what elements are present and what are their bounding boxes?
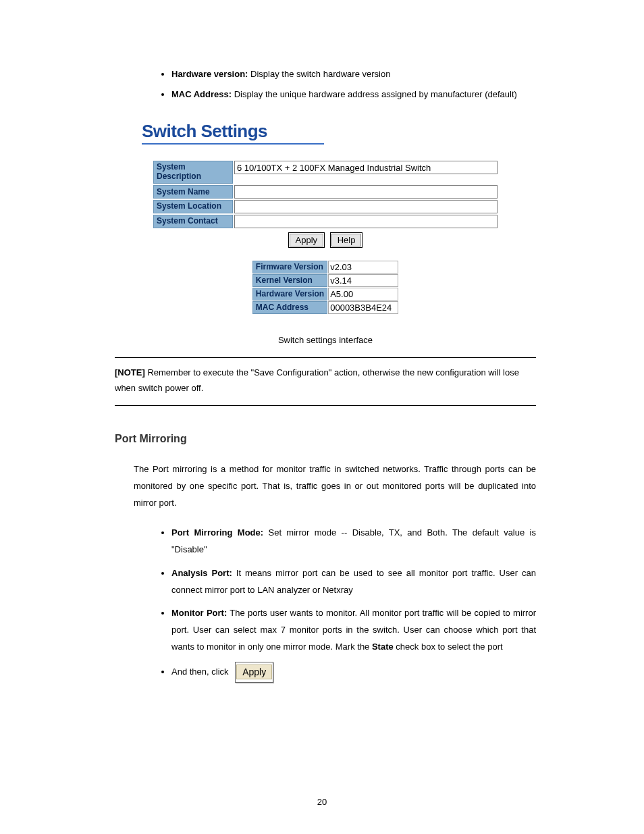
label-system-location: System Location: [153, 200, 233, 213]
bullet-label: Monitor Port:: [171, 608, 227, 618]
label-mac-address: MAC Address: [252, 301, 327, 314]
panel-title: Switch Settings: [142, 121, 536, 142]
apply-button[interactable]: Apply: [290, 234, 324, 246]
system-description-input[interactable]: [234, 161, 498, 174]
system-name-input[interactable]: [234, 185, 498, 199]
value-firmware-version: v2.03: [328, 261, 398, 273]
label-hardware-version: Hardware Version: [252, 288, 327, 301]
bullet-label: Port Mirroring Mode:: [171, 527, 263, 538]
bullet-label: MAC Address:: [171, 89, 232, 99]
list-item: MAC Address: Display the unique hardware…: [171, 88, 536, 101]
button-row: Apply Help: [115, 232, 536, 248]
help-button[interactable]: Help: [331, 234, 362, 246]
system-location-input[interactable]: [234, 200, 498, 213]
list-item: Monitor Port: The ports user wants to mo…: [171, 605, 536, 655]
label-firmware-version: Firmware Version: [252, 261, 327, 273]
settings-table: System Description System Name System Lo…: [152, 159, 499, 230]
bullet-label: Analysis Port:: [171, 568, 232, 578]
system-contact-input[interactable]: [234, 215, 498, 228]
last-bullet-prefix: And then, click: [171, 667, 229, 677]
section-intro: The Port mirroring is a method for monit…: [134, 461, 536, 511]
note-box: [NOTE] Remember to execute the "Save Con…: [115, 357, 536, 407]
value-hardware-version: A5.00: [328, 288, 398, 301]
detail-list: Port Mirroring Mode: Set mirror mode -- …: [155, 525, 536, 683]
label-system-name: System Name: [153, 185, 233, 199]
list-item: Analysis Port: It means mirror port can …: [171, 565, 536, 598]
bullet-text-after: check box to select the port: [394, 642, 503, 652]
list-item: Port Mirroring Mode: Set mirror mode -- …: [171, 525, 536, 558]
page-number: 20: [0, 797, 644, 807]
bullet-label: Hardware version:: [171, 69, 248, 79]
bullet-text: Display the switch hardware version: [248, 69, 390, 79]
list-item: And then, click Apply: [171, 662, 536, 683]
label-system-description: System Description: [153, 161, 233, 184]
top-bullet-list: Hardware version: Display the switch har…: [155, 68, 536, 101]
value-mac-address: 00003B3B4E24: [328, 301, 398, 314]
label-system-contact: System Contact: [153, 215, 233, 228]
version-table: Firmware Version v2.03 Kernel Version v3…: [252, 260, 399, 315]
note-text: Remember to execute the "Save Configurat…: [115, 367, 519, 393]
bullet-text: Display the unique hardware address assi…: [232, 89, 517, 99]
list-item: Hardware version: Display the switch har…: [171, 68, 536, 81]
section-heading: Port Mirroring: [115, 433, 536, 445]
state-word: State: [372, 642, 394, 652]
panel-caption: Switch settings interface: [115, 335, 536, 345]
panel-underline: [142, 143, 324, 145]
note-label: [NOTE]: [115, 367, 145, 377]
inline-apply-button[interactable]: Apply: [236, 664, 272, 679]
label-kernel-version: Kernel Version: [252, 274, 327, 287]
value-kernel-version: v3.14: [328, 274, 398, 287]
